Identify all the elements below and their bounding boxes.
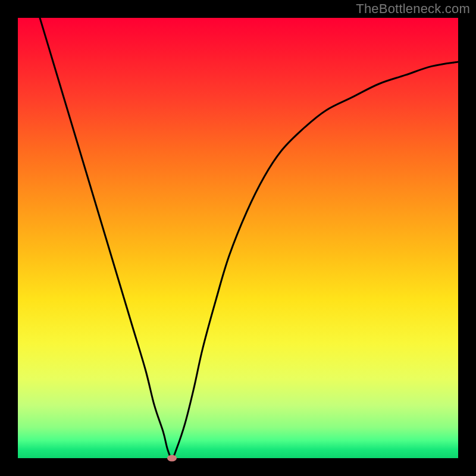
watermark-text: TheBottleneck.com [356,1,470,17]
bottleneck-curve [40,18,458,458]
optimal-point-marker [167,455,177,462]
plot-area [18,18,458,458]
chart-frame: TheBottleneck.com [0,0,476,476]
curve-layer [18,18,458,458]
